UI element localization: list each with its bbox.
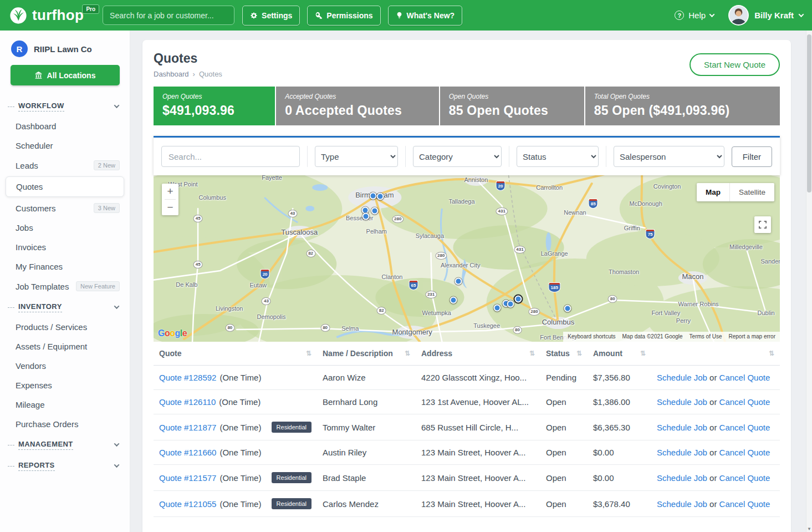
map-quote-marker[interactable] xyxy=(377,193,384,200)
report-map-error-link[interactable]: Report a map error xyxy=(729,333,775,340)
map-quote-marker[interactable] xyxy=(369,192,376,199)
sidebar-item-job-templates[interactable]: Job TemplatesNew Feature xyxy=(0,276,130,296)
filter-bar: Type Category Status Salesperson Filter xyxy=(154,136,780,175)
quote-link[interactable]: Quote #121055 xyxy=(159,499,216,509)
quote-link[interactable]: Quote #128592 xyxy=(159,373,216,382)
google-logo[interactable]: Google xyxy=(158,328,187,338)
map[interactable]: 2020857518565454543438282280280280431431… xyxy=(154,175,780,342)
quote-link[interactable]: Quote #121660 xyxy=(159,448,216,457)
cancel-quote-link[interactable]: Cancel Quote xyxy=(719,473,770,483)
sidebar-item-mileage[interactable]: Mileage xyxy=(0,395,130,414)
schedule-job-link[interactable]: Schedule Job xyxy=(657,423,707,432)
sidebar-section-workflow[interactable]: WORKFLOW xyxy=(0,95,130,116)
address: 123 Main Street, Hoover A... xyxy=(416,440,540,465)
whats-new-label: What's New? xyxy=(407,11,455,20)
category-filter-select[interactable]: Category xyxy=(413,146,502,167)
cancel-quote-link[interactable]: Cancel Quote xyxy=(719,423,770,432)
sidebar-section-inventory[interactable]: INVENTORY xyxy=(0,296,130,317)
quotes-search-input[interactable] xyxy=(161,146,300,167)
map-quote-marker[interactable] xyxy=(450,297,457,304)
whats-new-button[interactable]: What's New? xyxy=(388,6,463,26)
customer-name: Tommy Walter xyxy=(317,414,416,440)
all-locations-button[interactable]: All Locations xyxy=(11,65,120,85)
sidebar-item-assets-equipment[interactable]: Assets / Equipment xyxy=(0,337,130,356)
sidebar-item-dashboard[interactable]: Dashboard xyxy=(0,116,130,136)
sidebar-item-label: Vendors xyxy=(16,361,46,371)
address: 123 1st Avenue, Hoover AL... xyxy=(416,390,540,414)
map-quote-marker[interactable] xyxy=(371,207,378,214)
sidebar-section-reports[interactable]: REPORTS xyxy=(0,455,130,476)
page-scrollbar[interactable]: ▼ xyxy=(806,31,812,532)
sidebar-item-leads[interactable]: Leads2 New xyxy=(0,155,130,175)
salesperson-filter-select[interactable]: Salesperson xyxy=(614,146,724,167)
scrollbar-thumb[interactable] xyxy=(807,34,811,192)
sidebar-item-vendors[interactable]: Vendors xyxy=(0,356,130,376)
terms-of-use-link[interactable]: Terms of Use xyxy=(690,333,722,340)
stat-label: Total Open Quotes xyxy=(594,93,771,100)
schedule-job-link[interactable]: Schedule Job xyxy=(657,397,707,407)
map-city-label: Wetumpka xyxy=(422,310,451,316)
user-menu[interactable]: Billy Kraft xyxy=(728,5,803,26)
permissions-button[interactable]: Permissions xyxy=(307,6,380,26)
map-type-map-button[interactable]: Map xyxy=(697,183,729,201)
sidebar-item-expenses[interactable]: Expenses xyxy=(0,376,130,395)
map-quote-marker[interactable] xyxy=(564,305,571,312)
sort-icon[interactable]: ⇅ xyxy=(405,349,410,357)
sidebar-item-purchase-orders[interactable]: Purchase Orders xyxy=(0,414,130,434)
type-filter-select[interactable]: Type xyxy=(315,146,398,167)
map-city-label: Tuscaloosa xyxy=(281,228,318,236)
sort-icon[interactable]: ⇅ xyxy=(529,349,535,357)
map-quote-marker[interactable] xyxy=(362,213,370,220)
sidebar-item-customers[interactable]: Customers3 New xyxy=(0,198,130,218)
map-city-label: Columbus xyxy=(198,194,226,201)
start-new-quote-button[interactable]: Start New Quote xyxy=(690,53,780,76)
map-city-label: Anniston xyxy=(464,176,488,183)
sort-icon[interactable]: ⇅ xyxy=(640,349,646,357)
quote-link[interactable]: Quote #121877 xyxy=(159,423,216,432)
map-quote-marker[interactable] xyxy=(494,305,501,312)
status-filter-select[interactable]: Status xyxy=(517,146,599,167)
chevron-down-icon xyxy=(114,462,120,468)
map-fullscreen-button[interactable] xyxy=(754,216,771,233)
status: Open xyxy=(540,414,588,440)
cancel-quote-link[interactable]: Cancel Quote xyxy=(719,397,770,407)
map-type-satellite-button[interactable]: Satellite xyxy=(729,183,774,201)
divider xyxy=(307,146,308,167)
filter-button[interactable]: Filter xyxy=(732,146,772,167)
brand-logo[interactable]: turfhop Pro xyxy=(9,6,84,25)
cancel-quote-link[interactable]: Cancel Quote xyxy=(719,448,770,457)
settings-button[interactable]: Settings xyxy=(242,6,300,26)
quote-link[interactable]: Quote #121577 xyxy=(159,473,216,483)
global-search-input[interactable] xyxy=(103,6,234,25)
map-quote-marker[interactable] xyxy=(514,295,522,302)
quote-link[interactable]: Quote #126110 xyxy=(159,397,216,407)
company-row[interactable]: R RIIPL Lawn Co xyxy=(0,39,130,65)
sidebar-item-scheduler[interactable]: Scheduler xyxy=(0,136,130,155)
cancel-quote-link[interactable]: Cancel Quote xyxy=(719,499,770,509)
sidebar-item-quotes[interactable]: Quotes xyxy=(6,176,124,197)
map-quote-marker[interactable] xyxy=(455,278,462,285)
sidebar-item-jobs[interactable]: Jobs xyxy=(0,218,130,237)
sidebar-item-my-finances[interactable]: My Finances xyxy=(0,257,130,276)
keyboard-shortcuts-link[interactable]: Keyboard shortcuts xyxy=(568,333,615,340)
sidebar-item-products-services[interactable]: Products / Services xyxy=(0,317,130,337)
cancel-quote-link[interactable]: Cancel Quote xyxy=(719,373,770,382)
scrollbar-down-arrow[interactable]: ▼ xyxy=(806,526,812,531)
schedule-job-link[interactable]: Schedule Job xyxy=(657,373,707,382)
sort-icon[interactable]: ⇅ xyxy=(769,349,774,357)
schedule-job-link[interactable]: Schedule Job xyxy=(657,499,707,509)
breadcrumb-dashboard-link[interactable]: Dashboard xyxy=(154,70,189,78)
map-zoom-in-button[interactable]: + xyxy=(162,184,178,199)
sidebar-item-label: Purchase Orders xyxy=(16,419,78,429)
sidebar-item-invoices[interactable]: Invoices xyxy=(0,237,130,257)
map-quote-marker[interactable] xyxy=(507,300,514,307)
map-zoom-out-button[interactable]: − xyxy=(162,200,178,215)
schedule-job-link[interactable]: Schedule Job xyxy=(657,448,707,457)
help-menu[interactable]: ? Help xyxy=(675,11,714,20)
schedule-job-link[interactable]: Schedule Job xyxy=(657,473,707,483)
sidebar-section-management[interactable]: MANAGEMENT xyxy=(0,434,130,455)
map-city-label: Thomaston xyxy=(609,268,639,275)
sort-icon[interactable]: ⇅ xyxy=(576,349,582,357)
sort-icon[interactable]: ⇅ xyxy=(306,349,311,357)
highway-shield: 280 xyxy=(528,308,540,316)
